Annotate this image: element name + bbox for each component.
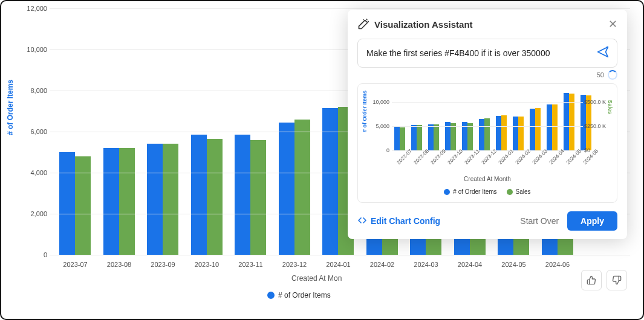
spinner-icon — [608, 70, 617, 80]
edit-chart-config-label: Edit Chart Config — [371, 216, 440, 226]
preview-bar-order-items — [496, 116, 501, 150]
preview-bar-group — [394, 126, 405, 150]
main-xtick: 2024-02 — [360, 261, 404, 268]
start-over-button[interactable]: Start Over — [520, 216, 559, 226]
main-yaxis-title: # of Order Items — [6, 80, 15, 135]
bar-group — [235, 135, 267, 255]
preview-legend-order-items: # of Order Items — [453, 188, 496, 195]
bar-group — [191, 135, 223, 255]
main-ytick: 12,000 — [24, 5, 47, 12]
main-ytick: 6,000 — [24, 128, 47, 135]
prompt-input[interactable] — [365, 48, 591, 59]
main-xaxis-title: Created At Mon — [291, 274, 342, 283]
token-counter: 50 — [597, 71, 604, 78]
preview-bar-sales — [552, 104, 558, 150]
preview-bar-sales — [467, 123, 473, 150]
main-xtick: 2023-07 — [54, 261, 97, 268]
bar-sales — [294, 120, 310, 255]
preview-bar-sales — [484, 118, 490, 150]
visualization-assistant-panel: Visualization Assistant ✕ 50 # of Order … — [348, 10, 627, 239]
main-xtick: 2024-06 — [536, 261, 579, 268]
preview-bar-order-items — [428, 124, 434, 150]
preview-bar-order-items — [411, 125, 417, 150]
preview-bar-order-items — [394, 126, 400, 150]
legend-label-order-items: # of Order Items — [278, 291, 331, 299]
bar-group — [59, 152, 91, 255]
preview-legend: # of Order Items Sales — [363, 188, 612, 195]
preview-bar-group — [479, 118, 490, 150]
bar-order-items — [322, 108, 338, 255]
bar-order-items — [59, 152, 75, 255]
main-xtick: 2023-08 — [97, 261, 141, 268]
edit-chart-config-link[interactable]: Edit Chart Config — [357, 216, 440, 227]
bar-group — [147, 144, 179, 255]
preview-right-ytick: $250.0 K — [584, 123, 611, 129]
preview-bar-sales — [400, 127, 405, 150]
bar-order-items — [279, 123, 294, 255]
main-ytick: 2,000 — [24, 210, 47, 217]
bar-order-items — [147, 144, 163, 255]
main-ytick: 0 — [24, 251, 47, 258]
preview-bar-sales — [434, 124, 439, 150]
preview-bar-order-items — [547, 104, 552, 150]
bar-order-items — [191, 135, 207, 255]
legend-dot-sales — [507, 189, 513, 195]
preview-legend-sales: Sales — [516, 188, 531, 195]
preview-left-ytick: 5,000 — [366, 123, 389, 129]
legend-dot-order-items — [267, 292, 275, 299]
main-xtick: 2023-11 — [229, 261, 273, 268]
preview-bar-sales — [417, 125, 422, 150]
bar-sales — [207, 139, 223, 255]
preview-bar-group — [428, 124, 439, 150]
preview-bar-sales — [501, 115, 507, 150]
bar-sales — [119, 148, 135, 255]
main-xtick: 2024-04 — [448, 261, 492, 268]
preview-bar-group — [513, 117, 524, 150]
bar-sales — [163, 144, 178, 255]
preview-bar-sales — [450, 123, 456, 150]
main-xtick: 2023-10 — [185, 261, 229, 268]
main-xtick: 2024-01 — [317, 261, 360, 268]
thumbs-up-button[interactable] — [581, 270, 602, 290]
preview-bar-group — [496, 115, 507, 150]
preview-bar-group — [411, 125, 422, 150]
bar-group — [279, 120, 311, 255]
main-xtick: 2024-05 — [492, 261, 536, 268]
preview-bar-order-items — [479, 119, 484, 150]
prompt-row — [357, 39, 617, 68]
thumbs-down-button[interactable] — [607, 270, 627, 290]
bar-order-items — [235, 135, 250, 255]
preview-bar-order-items — [530, 109, 535, 150]
chart-preview: # of Order Items Sales 0$05,000$250.0 K1… — [357, 83, 617, 203]
code-icon — [357, 216, 367, 227]
preview-bar-order-items — [513, 117, 518, 150]
main-xtick: 2023-12 — [273, 261, 316, 268]
magic-wand-icon — [357, 18, 369, 30]
main-xtick: 2024-03 — [405, 261, 448, 268]
preview-xaxis-title: Created At Month — [363, 176, 612, 182]
main-ytick: 10,000 — [24, 46, 47, 53]
main-ytick: 4,000 — [24, 169, 47, 176]
main-chart-legend: # of Order Items — [267, 291, 331, 299]
preview-bar-group — [530, 108, 541, 150]
preview-left-ytick: 10,000 — [366, 99, 389, 105]
send-icon[interactable] — [596, 45, 610, 61]
close-icon[interactable]: ✕ — [608, 19, 617, 30]
main-ytick: 8,000 — [24, 87, 47, 94]
panel-title: Visualization Assistant — [374, 19, 603, 30]
main-xtick: 2023-09 — [141, 261, 185, 268]
preview-bar-sales — [535, 108, 541, 150]
apply-button[interactable]: Apply — [567, 211, 617, 231]
bar-order-items — [103, 148, 119, 255]
svg-point-0 — [607, 47, 608, 48]
bar-sales — [250, 140, 266, 255]
preview-bar-group — [547, 104, 558, 150]
legend-dot-order-items — [444, 189, 450, 195]
preview-left-ytick: 0 — [366, 147, 389, 153]
bar-group — [103, 148, 135, 255]
preview-right-ytick: $500.0 K — [584, 99, 611, 105]
bar-sales — [75, 156, 91, 255]
preview-bar-sales — [518, 117, 524, 150]
